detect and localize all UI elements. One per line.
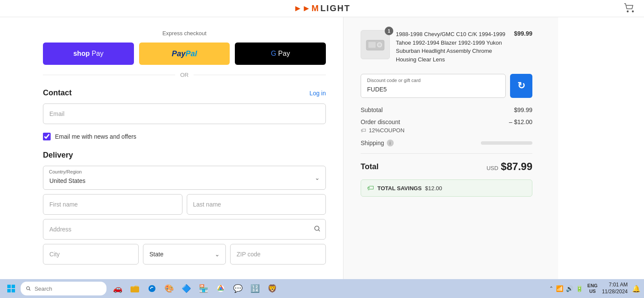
email-news-checkbox-row: Email me with news and offers [43, 133, 326, 140]
summary-divider [361, 153, 532, 154]
clock-time: 7:01 AM [602, 282, 628, 289]
shipping-info-icon: i [387, 140, 394, 146]
svg-point-0 [627, 11, 629, 12]
taskbar-pinned-apps: 🚗 🎨 🔷 🏪 💬 🔢 🦁 [110, 281, 280, 296]
shipping-calculation-bar [481, 141, 532, 145]
subtotal-value: $99.99 [514, 106, 532, 113]
gpay-button[interactable]: G Pay [235, 43, 326, 65]
taskbar-app-folder[interactable] [127, 281, 143, 296]
taskbar-app-calc[interactable]: 🔢 [247, 281, 263, 296]
taskbar-search-icon [26, 286, 31, 292]
shop-pay-button[interactable]: shop Pay [43, 43, 134, 65]
system-tray-expand-icon[interactable]: ⌃ [549, 286, 553, 292]
taskbar-app-brave[interactable]: 🦁 [264, 281, 280, 296]
svg-point-1 [632, 11, 634, 12]
language-indicator[interactable]: ENG US [587, 283, 598, 294]
delivery-section-header: Delivery [43, 151, 326, 160]
product-image-wrapper: 1 [361, 30, 390, 59]
taskbar-system-icons: ⌃ 📶 🔊 🔋 [549, 285, 583, 292]
product-price: $99.99 [514, 30, 532, 37]
name-fields-row [43, 194, 326, 215]
product-name: 1988-1998 Chevy/GMC C10 C/K 1994-1999 Ta… [396, 30, 508, 64]
shipping-row: Shipping i [361, 140, 532, 146]
taskbar-app-chrome[interactable] [213, 281, 228, 296]
product-image [361, 30, 390, 59]
email-news-label[interactable]: Email me with news and offers [55, 133, 137, 140]
address-field[interactable] [43, 219, 326, 240]
subtotal-row: Subtotal $99.99 [361, 106, 532, 113]
taskbar-search-bar[interactable] [21, 282, 106, 295]
taskbar-app-1[interactable]: 🎨 [161, 281, 177, 296]
city-field[interactable] [43, 244, 139, 265]
speaker-icon[interactable]: 🔊 [566, 285, 573, 292]
gpay-label: G Pay [271, 50, 290, 58]
total-label: Total [361, 162, 379, 171]
state-select[interactable]: State [143, 244, 226, 265]
apply-discount-button[interactable]: ↻ [510, 74, 532, 98]
svg-rect-7 [7, 285, 11, 288]
or-divider: OR [43, 72, 326, 78]
order-discount-row: Order discount – $12.00 [361, 119, 532, 125]
first-name-field[interactable] [43, 194, 182, 215]
logo-arrow-icon: ►► [294, 3, 311, 13]
main-container: Express checkout shop Pay PayPal G Pay O… [0, 17, 644, 294]
express-checkout-label: Express checkout [43, 30, 326, 36]
discount-input-wrapper: Discount code or gift card [361, 74, 506, 98]
taskbar-clock[interactable]: 7:01 AM 11/28/2024 [602, 282, 628, 295]
savings-tag-icon: 🏷 [367, 184, 374, 192]
coupon-code-badge: 🏷 12%COUPON [361, 127, 404, 134]
product-quantity-badge: 1 [385, 27, 393, 35]
order-summary-panel: 1 1988-1998 Chevy/GMC C10 C/K 1994-1999 … [343, 17, 558, 294]
total-currency: USD [486, 165, 498, 171]
page-header: ►► M LIGHT [0, 0, 644, 17]
login-link[interactable]: Log in [310, 90, 326, 97]
contact-title: Contact [43, 88, 72, 97]
total-amount: $87.99 [501, 161, 532, 173]
total-row: Total USD $87.99 [361, 161, 532, 173]
country-select[interactable]: United States [43, 166, 326, 190]
start-button[interactable] [3, 281, 19, 296]
taskbar-app-edge[interactable] [144, 281, 160, 296]
discount-code-input[interactable] [361, 74, 505, 97]
country-select-wrapper: Country/Region United States ⌄ [43, 166, 326, 190]
paypal-button[interactable]: PayPal [139, 43, 230, 65]
region-code: US [587, 289, 598, 294]
total-value-group: USD $87.99 [486, 161, 532, 173]
svg-point-6 [378, 43, 381, 46]
shipping-label: Shipping [361, 140, 384, 146]
site-logo: ►► M LIGHT [294, 3, 350, 13]
logo-name-text: LIGHT [320, 3, 350, 13]
svg-rect-9 [7, 289, 11, 292]
email-news-checkbox[interactable] [43, 133, 51, 140]
language-code: ENG [587, 283, 598, 289]
email-field[interactable] [43, 103, 326, 124]
paypal-label: PayPal [172, 49, 197, 58]
taskbar-app-car[interactable]: 🚗 [110, 281, 125, 296]
taskbar-app-whatsapp[interactable]: 💬 [230, 281, 246, 296]
network-icon[interactable]: 📶 [556, 285, 563, 292]
last-name-field[interactable] [187, 194, 326, 215]
contact-section-header: Contact Log in [43, 88, 326, 97]
discount-row: Discount code or gift card ↻ [361, 74, 532, 98]
taskbar-search-input[interactable] [34, 286, 101, 292]
taskbar-app-store[interactable]: 🏪 [196, 281, 211, 296]
state-select-wrapper: State ⌄ [143, 244, 226, 265]
order-discount-label: Order discount [361, 119, 400, 125]
zip-field[interactable] [230, 244, 326, 265]
tag-icon: 🏷 [361, 127, 366, 134]
logo-brand-text: M [311, 3, 319, 13]
address-search-icon [314, 225, 321, 234]
address-wrapper [43, 219, 326, 240]
savings-label: TOTAL SAVINGS [377, 185, 422, 192]
notification-bell-icon[interactable]: 🔔 [632, 285, 641, 293]
product-item: 1 1988-1998 Chevy/GMC C10 C/K 1994-1999 … [361, 30, 532, 64]
coupon-code-text: 12%COUPON [369, 127, 404, 134]
coupon-code-row: 🏷 12%COUPON [361, 127, 532, 134]
taskbar: 🚗 🎨 🔷 🏪 💬 🔢 🦁 ⌃ 📶 🔊 🔋 ENG US 7:01 AM [0, 279, 644, 298]
svg-point-2 [315, 226, 319, 231]
taskbar-app-2[interactable]: 🔷 [179, 281, 194, 296]
battery-icon[interactable]: 🔋 [576, 285, 583, 292]
clock-date: 11/28/2024 [602, 289, 628, 295]
svg-point-11 [27, 287, 30, 290]
cart-icon[interactable] [623, 3, 635, 14]
